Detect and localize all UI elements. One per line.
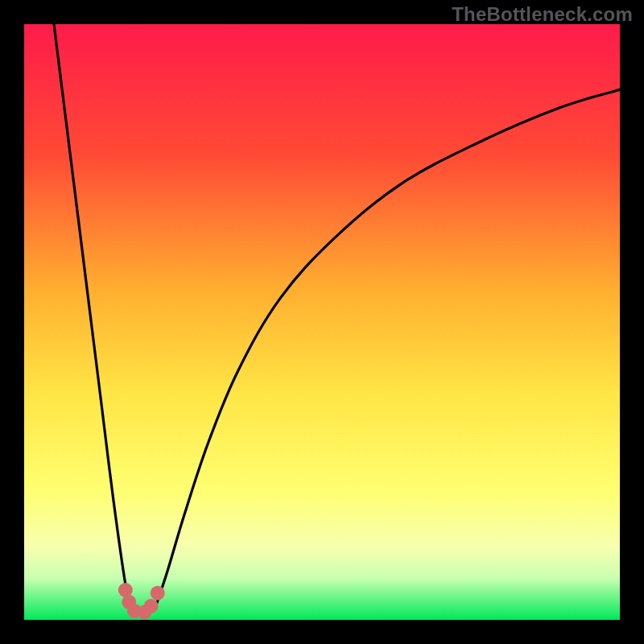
curve-right: [155, 89, 620, 608]
plot-area: [24, 24, 620, 620]
optimum-marker: [151, 586, 165, 601]
watermark-text: TheBottleneck.com: [452, 3, 633, 26]
optimum-marker: [144, 599, 159, 613]
curve-left: [54, 24, 131, 608]
frame: TheBottleneck.com: [0, 0, 644, 644]
curve-layer: [24, 24, 620, 620]
